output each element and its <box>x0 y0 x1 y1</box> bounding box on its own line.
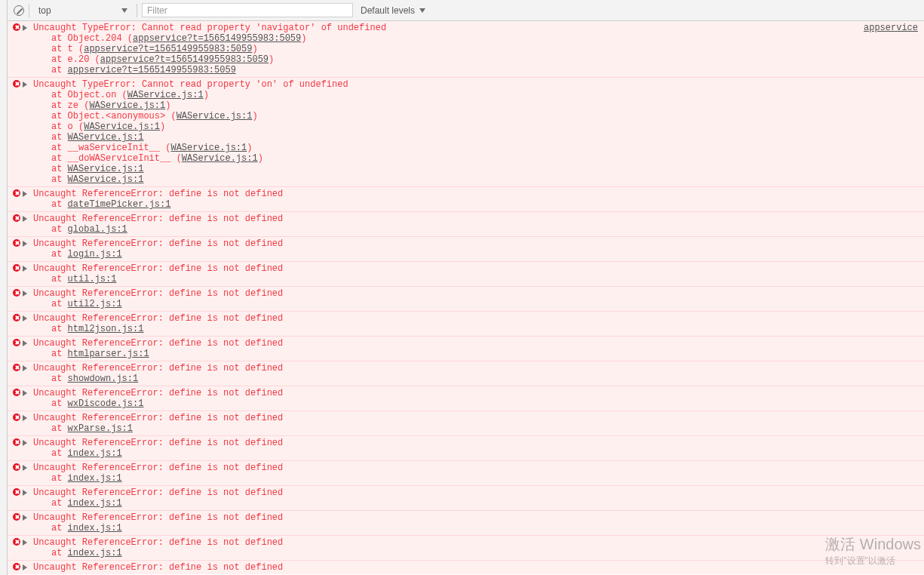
stack-source-link[interactable]: index.js:1 <box>68 448 122 459</box>
expand-toggle-icon[interactable] <box>23 564 27 570</box>
stack-source-link[interactable]: html2json.js:1 <box>68 324 144 334</box>
console-log-area[interactable]: Uncaught TypeError: Cannot read property… <box>8 21 924 575</box>
stack-frame: at util.js:1 <box>51 274 921 284</box>
expand-toggle-icon[interactable] <box>23 81 27 88</box>
stack-trace: at showdown.js:1 <box>11 374 921 384</box>
left-gutter <box>0 0 8 575</box>
expand-toggle-icon[interactable] <box>23 365 27 371</box>
error-message: Uncaught ReferenceError: define is not d… <box>33 214 921 224</box>
stack-source-link[interactable]: showdown.js:1 <box>68 374 139 384</box>
console-error-entry: Uncaught ReferenceError: define is not d… <box>8 460 924 485</box>
stack-source-link[interactable]: WAService.js:1 <box>177 111 253 121</box>
filter-input[interactable] <box>142 3 353 17</box>
stack-frame: at index.js:1 <box>51 523 921 533</box>
stack-source-link[interactable]: WAService.js:1 <box>89 100 165 111</box>
error-message: Uncaught ReferenceError: define is not d… <box>33 438 921 448</box>
expand-toggle-icon[interactable] <box>23 415 27 421</box>
stack-frame: at ze (WAService.js:1) <box>51 100 921 111</box>
console-error-entry: Uncaught ReferenceError: define is not d… <box>8 186 924 211</box>
stack-source-link[interactable]: htmlparser.js:1 <box>68 349 149 359</box>
stack-source-link[interactable]: index.js:1 <box>68 548 122 558</box>
expand-toggle-icon[interactable] <box>23 390 27 396</box>
error-icon <box>13 538 20 546</box>
error-icon <box>13 513 20 521</box>
chevron-down-icon <box>419 8 425 13</box>
stack-frame: at global.js:1 <box>51 224 921 235</box>
expand-toggle-icon[interactable] <box>23 25 27 31</box>
stack-source-link[interactable]: appservice?t=1565149955983:5059 <box>84 44 252 54</box>
expand-toggle-icon[interactable] <box>23 216 27 222</box>
expand-toggle-icon[interactable] <box>23 241 27 247</box>
console-error-entry: Uncaught ReferenceError: define is not d… <box>8 236 924 261</box>
error-message: Uncaught TypeError: Cannot read property… <box>33 23 864 33</box>
stack-trace: at dateTimePicker.js:1 <box>11 199 921 210</box>
stack-trace: at util.js:1 <box>11 274 921 284</box>
error-message: Uncaught ReferenceError: define is not d… <box>33 288 921 299</box>
expand-toggle-icon[interactable] <box>23 490 27 496</box>
context-selector[interactable]: top <box>34 3 132 18</box>
stack-source-link[interactable]: WAService.js:1 <box>170 143 247 153</box>
log-levels-selector[interactable]: Default levels <box>361 5 425 16</box>
console-error-entry: Uncaught ReferenceError: define is not d… <box>8 410 924 435</box>
stack-source-link[interactable]: wxDiscode.js:1 <box>68 398 144 409</box>
stack-frame: at e.20 (appservice?t=1565149955983:5059… <box>51 54 921 65</box>
levels-label: Default levels <box>361 5 415 16</box>
console-error-entry: Uncaught ReferenceError: define is not d… <box>8 286 924 311</box>
stack-source-link[interactable]: WAService.js:1 <box>68 132 144 143</box>
stack-frame: at showdown.js:1 <box>51 374 921 384</box>
error-icon <box>13 314 20 321</box>
expand-toggle-icon[interactable] <box>23 340 27 346</box>
context-label: top <box>38 5 51 16</box>
stack-source-link[interactable]: index.js:1 <box>68 498 122 509</box>
stack-source-link[interactable]: wxParse.js:1 <box>68 423 133 434</box>
stack-source-link[interactable]: appservice?t=1565149955983:5059 <box>68 65 236 75</box>
error-icon <box>13 414 20 421</box>
stack-trace: at index.js:1 <box>11 523 921 533</box>
stack-source-link[interactable]: login.js:1 <box>68 249 122 260</box>
stack-frame: at index.js:1 <box>51 548 921 558</box>
expand-toggle-icon[interactable] <box>23 191 27 197</box>
expand-toggle-icon[interactable] <box>23 291 27 297</box>
error-message: Uncaught ReferenceError: define is not d… <box>33 512 921 523</box>
expand-toggle-icon[interactable] <box>23 440 27 446</box>
stack-trace: at index.js:1 <box>11 448 921 459</box>
stack-frame: at login.js:1 <box>51 249 921 260</box>
error-message: Uncaught TypeError: Cannot read property… <box>33 79 921 90</box>
stack-frame: at Object.on (WAService.js:1) <box>51 90 921 100</box>
expand-toggle-icon[interactable] <box>23 515 27 521</box>
stack-source-link[interactable]: index.js:1 <box>68 523 122 533</box>
stack-source-link[interactable]: WAService.js:1 <box>68 164 144 174</box>
error-message: Uncaught ReferenceError: define is not d… <box>33 363 921 374</box>
console-toolbar: top Default levels <box>8 0 924 21</box>
clear-console-icon[interactable] <box>14 5 24 16</box>
stack-source-link[interactable]: WAService.js:1 <box>127 90 204 100</box>
console-error-entry: Uncaught TypeError: Cannot read property… <box>8 77 924 186</box>
stack-trace: at htmlparser.js:1 <box>11 349 921 359</box>
expand-toggle-icon[interactable] <box>23 465 27 471</box>
expand-toggle-icon[interactable] <box>23 315 27 321</box>
expand-toggle-icon[interactable] <box>23 540 27 546</box>
stack-source-link[interactable]: appservice?t=1565149955983:5059 <box>133 33 301 44</box>
stack-source-link[interactable]: util.js:1 <box>68 274 117 284</box>
stack-source-link[interactable]: util2.js:1 <box>68 299 122 309</box>
expand-toggle-icon[interactable] <box>23 266 27 272</box>
stack-source-link[interactable]: WAService.js:1 <box>182 153 258 164</box>
error-message: Uncaught ReferenceError: define is not d… <box>33 263 921 274</box>
source-link[interactable]: appservice <box>864 23 921 33</box>
error-icon <box>13 239 20 247</box>
stack-frame: at dateTimePicker.js:1 <box>51 199 921 210</box>
stack-source-link[interactable]: WAService.js:1 <box>68 174 144 185</box>
stack-source-link[interactable]: dateTimePicker.js:1 <box>68 199 171 210</box>
stack-source-link[interactable]: appservice?t=1565149955983:5059 <box>100 54 269 65</box>
stack-trace: at util2.js:1 <box>11 299 921 309</box>
stack-source-link[interactable]: WAService.js:1 <box>84 121 160 132</box>
stack-frame: at o (WAService.js:1) <box>51 121 921 132</box>
console-error-entry: Uncaught ReferenceError: define is not d… <box>8 535 924 560</box>
console-error-entry: Uncaught ReferenceError: define is not d… <box>8 361 924 386</box>
stack-frame: at WAService.js:1 <box>51 164 921 174</box>
stack-frame: at Object.204 (appservice?t=156514995598… <box>51 33 921 44</box>
stack-frame: at t (appservice?t=1565149955983:5059) <box>51 44 921 54</box>
error-message: Uncaught ReferenceError: define is not d… <box>33 189 921 199</box>
stack-source-link[interactable]: global.js:1 <box>68 224 127 235</box>
stack-source-link[interactable]: index.js:1 <box>68 473 122 484</box>
